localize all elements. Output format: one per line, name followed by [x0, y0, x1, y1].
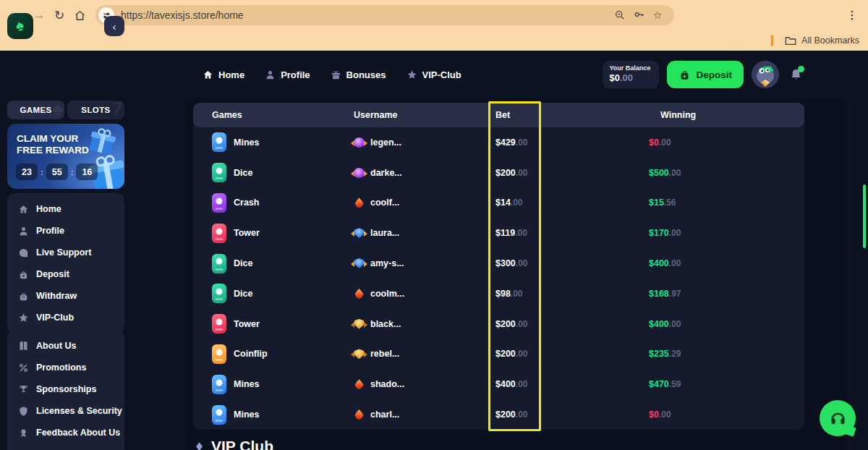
tab-slots[interactable]: 7SLOTS	[67, 101, 124, 119]
sidebar-item-vip-club[interactable]: VIP-Club	[7, 307, 124, 328]
sidebar-item-deposit[interactable]: Deposit	[7, 263, 124, 285]
balance-box: Your Balance $0.00	[603, 61, 659, 88]
bet-amount-cents: .00	[511, 198, 523, 208]
bet-cell: $200.00	[495, 349, 649, 359]
username: amy-s...	[370, 258, 404, 268]
spade-ghost-icon: ♠	[53, 101, 63, 119]
nav-bonuses[interactable]: Bonuses	[331, 69, 386, 80]
scrollbar-thumb[interactable]	[863, 184, 866, 248]
username: rebel...	[370, 349, 399, 359]
notifications-bell-icon[interactable]	[787, 66, 804, 83]
winning-amount: $400	[649, 258, 669, 268]
game-name: Mines	[234, 409, 259, 420]
claim-reward-banner[interactable]: CLAIM YOUR FREE REWARD 23 : 55 : 16	[7, 124, 124, 189]
bet-amount-cents: .00	[515, 228, 527, 238]
sidebar-item-licenses-security[interactable]: Licenses & Security	[7, 400, 124, 422]
bet-amount: $200	[495, 409, 516, 420]
slots-ghost-icon: 7	[112, 101, 123, 119]
purple-rank-badge-icon	[354, 168, 365, 178]
nav-home[interactable]: Home	[203, 69, 244, 80]
site-logo[interactable]: ♠	[7, 13, 33, 39]
game-cell: Mines	[212, 405, 354, 425]
mines-game-tile-icon	[212, 375, 226, 394]
table-row: Minescharl...$200.00$0.00	[193, 399, 804, 430]
vip-club-section-heading: VIP Club	[194, 438, 273, 450]
vip-star-icon	[407, 69, 417, 80]
password-key-icon[interactable]	[629, 7, 648, 24]
username-cell: amy-s...	[354, 258, 495, 268]
winning-amount: $235	[649, 349, 669, 359]
sidebar-item-feedback[interactable]: Feedback About Us	[7, 422, 124, 443]
browser-menu-icon[interactable]: ⋮	[845, 8, 859, 22]
flame-rank-badge-icon	[354, 198, 365, 208]
sidebar-item-withdraw[interactable]: Withdraw	[7, 285, 124, 307]
live-chat-button[interactable]	[820, 400, 856, 436]
bet-amount: $14	[495, 198, 511, 208]
bet-cell: $400.00	[495, 379, 649, 389]
sidebar-tabs: ♠GAMES 7SLOTS	[7, 101, 124, 119]
game-cell: Dice	[212, 284, 354, 303]
winning-amount: $0	[649, 409, 659, 420]
top-nav: Home Profile Bonuses VIP-Club	[203, 51, 461, 98]
crash-game-tile-icon	[212, 193, 226, 213]
wallet-plus-icon	[17, 269, 29, 280]
bookmarks-divider	[771, 35, 773, 46]
winning-amount-cents: .97	[669, 289, 681, 299]
url-text[interactable]: https://tavexisjs.store/home	[121, 9, 610, 21]
nav-vip-club-label: VIP-Club	[422, 69, 461, 80]
bet-cell: $300.00	[495, 258, 649, 268]
sidebar-item-news[interactable]: News	[7, 443, 124, 450]
user-avatar[interactable]	[752, 61, 779, 88]
column-winning: Winning	[649, 110, 804, 120]
flame-rank-badge-icon	[354, 379, 365, 389]
winning-amount: $170	[649, 228, 669, 238]
winning-cell: $400.00	[649, 319, 804, 329]
sidebar-item-sponsorships[interactable]: Sponsorships	[7, 378, 124, 400]
nav-profile[interactable]: Profile	[265, 69, 310, 80]
column-bet: Bet	[495, 110, 649, 120]
home-icon	[203, 69, 213, 80]
table-row: Crashcoolf...$14.00$15.56	[193, 188, 804, 218]
all-bookmarks-label[interactable]: All Bookmarks	[801, 35, 859, 46]
sidebar-item-promotions[interactable]: Promotions	[7, 357, 124, 378]
username: shado...	[370, 379, 404, 389]
gold-rank-badge-icon	[354, 349, 365, 359]
url-bar[interactable]: https://tavexisjs.store/home ☆	[95, 5, 674, 25]
winning-amount-cents: .00	[669, 258, 681, 268]
tab-games[interactable]: ♠GAMES	[7, 101, 64, 119]
balance-cents: .00	[620, 72, 633, 83]
vip-star-icon	[17, 313, 29, 323]
table-row: Dicecoolm...$98.00$168.97	[193, 279, 804, 309]
bet-amount-cents: .00	[516, 319, 528, 329]
dice-game-tile-icon	[212, 163, 226, 182]
blue-rank-badge-icon	[354, 258, 365, 268]
home-icon[interactable]	[69, 5, 90, 25]
tower-game-tile-icon	[212, 314, 226, 334]
sidebar-item-about-us[interactable]: About Us	[7, 335, 124, 357]
game-name: Tower	[234, 228, 260, 238]
table-row: Coinfliprebel...$200.00$235.29	[193, 339, 804, 370]
bet-amount-cents: .00	[516, 409, 528, 420]
sidebar-collapse-button[interactable]: ‹	[104, 16, 124, 36]
column-username: Username	[354, 110, 495, 120]
sidebar-item-profile[interactable]: Profile	[7, 220, 124, 242]
book-icon	[17, 341, 29, 352]
username: legen...	[370, 137, 401, 148]
bookmark-star-icon[interactable]: ☆	[648, 7, 667, 24]
sidebar-item-live-support[interactable]: Live Support	[7, 242, 124, 263]
table-row: Minesshado...$400.00$470.59	[193, 369, 804, 399]
username-cell: charl...	[354, 409, 495, 420]
nav-vip-club[interactable]: VIP-Club	[407, 69, 461, 80]
sidebar-item-home[interactable]: Home	[7, 198, 124, 220]
deposit-label: Deposit	[696, 69, 732, 80]
folder-icon	[785, 35, 796, 46]
bet-amount-cents: .00	[516, 379, 528, 389]
winning-amount: $500	[649, 168, 669, 178]
username: coolm...	[370, 289, 404, 299]
deposit-button[interactable]: Deposit	[667, 61, 744, 88]
zoom-out-icon[interactable]	[610, 7, 629, 24]
reload-icon[interactable]: ↻	[49, 5, 69, 25]
game-name: Tower	[234, 319, 260, 329]
winning-cell: $15.56	[649, 198, 804, 208]
nav-home-label: Home	[218, 69, 244, 80]
